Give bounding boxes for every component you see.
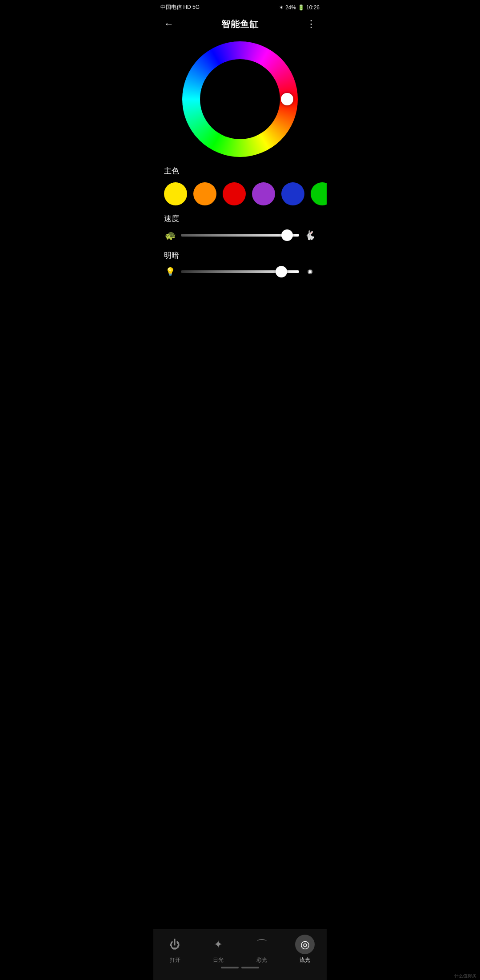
main-color-label: 主色 [164, 166, 316, 176]
status-right: ✶ 24% 🔋 10:26 [279, 4, 320, 11]
brightness-high-icon: ✺ [304, 268, 316, 276]
swatch-green[interactable] [311, 182, 327, 205]
swatch-red[interactable] [223, 182, 246, 205]
brightness-thumb[interactable] [276, 266, 287, 277]
speed-thumb[interactable] [281, 229, 293, 241]
bluetooth-icon: ✶ [279, 4, 284, 11]
swatch-blue[interactable] [281, 182, 304, 205]
brightness-slider-row: 💡 ✺ [164, 267, 316, 277]
swatch-purple[interactable] [252, 182, 275, 205]
brightness-label: 明暗 [164, 250, 316, 261]
swatch-yellow[interactable] [164, 182, 187, 205]
speed-slider-row: 🐢 🐇 [164, 230, 316, 241]
color-wheel-container [153, 37, 327, 166]
brightness-low-icon: 💡 [164, 267, 176, 277]
speed-slow-icon: 🐢 [164, 230, 176, 241]
swatch-orange[interactable] [193, 182, 216, 205]
brightness-section: 明暗 💡 ✺ [153, 250, 327, 277]
status-bar: 中国电信 HD 5G ✶ 24% 🔋 10:26 [153, 0, 327, 13]
clock: 10:26 [306, 4, 320, 11]
carrier: 中国电信 HD 5G [160, 4, 200, 11]
more-button[interactable]: ⋮ [304, 16, 318, 32]
battery-percent: 24% [285, 4, 296, 11]
speed-fast-icon: 🐇 [304, 230, 316, 241]
color-wheel-svg[interactable] [182, 41, 298, 157]
back-button[interactable]: ← [162, 16, 176, 32]
speed-section: 速度 🐢 🐇 [153, 213, 327, 241]
speed-label: 速度 [164, 213, 316, 224]
brightness-slider[interactable] [181, 270, 299, 273]
speed-slider[interactable] [181, 234, 299, 237]
page-title: 智能鱼缸 [221, 18, 259, 30]
battery-icon: 🔋 [298, 4, 304, 11]
color-swatches [164, 182, 316, 205]
main-color-section: 主色 [153, 166, 327, 205]
header: ← 智能鱼缸 ⋮ [153, 13, 327, 37]
color-wheel[interactable] [182, 41, 298, 157]
